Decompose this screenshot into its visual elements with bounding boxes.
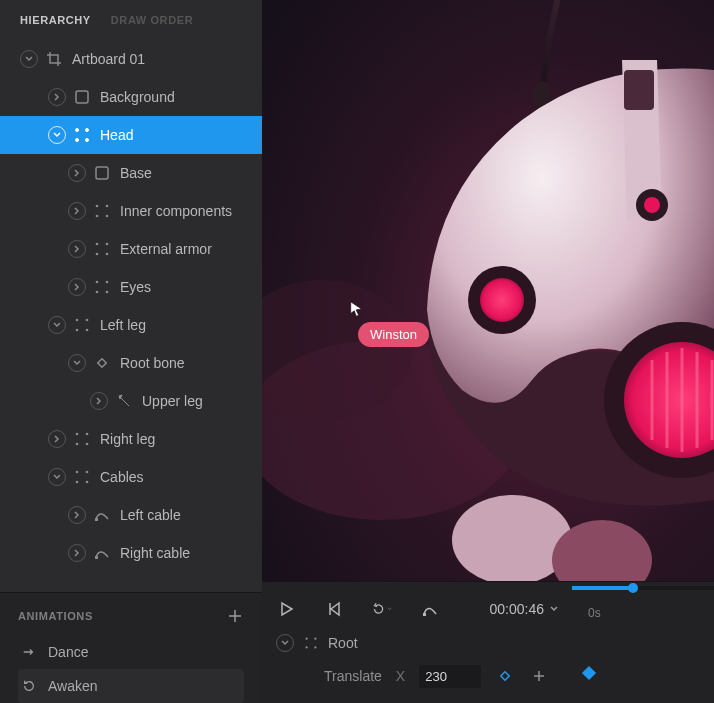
animation-item-dance[interactable]: Dance [18,635,244,669]
timeline-row-root[interactable]: Root [276,626,558,660]
tree-item-root-bone[interactable]: Root bone [0,344,262,382]
tree-item-right-cable[interactable]: Right cable [0,534,262,572]
keyframe[interactable] [582,666,596,680]
translate-x-input[interactable] [419,665,481,688]
tab-hierarchy[interactable]: HIERARCHY [20,14,91,26]
caret-icon[interactable] [48,126,66,144]
add-animation-button[interactable] [226,607,244,625]
tree-item-armor[interactable]: External armor [0,230,262,268]
left-sidebar: HIERARCHY DRAW ORDER Artboard 01 Backgro… [0,0,262,703]
tree-label: Upper leg [142,393,203,409]
tree-item-right-leg[interactable]: Right leg [0,420,262,458]
group-icon [74,127,90,143]
caret-icon[interactable] [68,506,86,524]
animation-item-awaken[interactable]: Awaken [18,669,244,703]
scrub-bar[interactable] [572,586,714,590]
timeline-panel: 00:00:46 Root Translate X [262,581,714,703]
svg-point-53 [314,637,316,639]
svg-point-54 [305,646,307,648]
group-icon [304,636,318,650]
tree-item-background[interactable]: Background [0,78,262,116]
caret-icon[interactable] [48,468,66,486]
caret-icon[interactable] [68,544,86,562]
scrub-fill [572,586,632,590]
caret-icon[interactable] [68,278,86,296]
tree-item-eyes[interactable]: Eyes [0,268,262,306]
svg-rect-56 [501,672,509,680]
diamond-icon [94,355,110,371]
caret-icon[interactable] [276,634,294,652]
caret-icon[interactable] [90,392,108,410]
caret-icon[interactable] [48,88,66,106]
caret-icon[interactable] [68,354,86,372]
bone-icon [116,393,132,409]
animations-panel: ANIMATIONS Dance Awaken [0,592,262,703]
axis-label: X [396,668,405,684]
tree-label: Base [120,165,152,181]
timecode[interactable]: 00:00:46 [490,601,559,617]
caret-icon[interactable] [68,202,86,220]
svg-point-20 [76,329,79,332]
tree-item-base[interactable]: Base [0,154,262,192]
svg-point-27 [76,471,79,474]
timeline-track-area[interactable]: 0s [572,582,714,703]
svg-point-17 [106,291,109,294]
arrow-icon [22,645,36,659]
tree-label: Background [100,89,175,105]
svg-point-26 [86,443,89,446]
crop-icon [46,51,62,67]
keyframe-track[interactable] [572,655,714,691]
tree-item-left-cable[interactable]: Left cable [0,496,262,534]
timeline-row-translate[interactable]: Translate X [276,659,558,693]
tree-item-upper-leg[interactable]: Upper leg [0,382,262,420]
sidebar-tabs: HIERARCHY DRAW ORDER [0,0,262,36]
tree-label: Root bone [120,355,185,371]
caret-icon[interactable] [48,316,66,334]
tree-item-inner[interactable]: Inner components [0,192,262,230]
group-icon [94,203,110,219]
tree-label: External armor [120,241,212,257]
property-label: Translate [324,668,382,684]
caret-icon[interactable] [48,430,66,448]
add-keyframe-button[interactable] [529,666,549,686]
tree-item-cables[interactable]: Cables [0,458,262,496]
caret-icon[interactable] [20,50,38,68]
animations-title: ANIMATIONS [18,610,93,622]
loop-toggle[interactable] [372,599,392,619]
play-button[interactable] [276,599,296,619]
caret-icon[interactable] [68,240,86,258]
svg-point-25 [76,443,79,446]
loop-icon [22,679,36,693]
timeline-row-label: Root [328,635,358,651]
tree-label: Cables [100,469,144,485]
svg-point-30 [86,481,89,484]
scrub-handle[interactable] [628,583,638,593]
svg-point-16 [96,291,99,294]
svg-point-18 [76,319,79,322]
svg-point-15 [106,281,109,284]
tree-label: Left cable [120,507,181,523]
caret-icon[interactable] [68,164,86,182]
svg-point-7 [106,205,109,208]
ruler-tick: 0s [588,606,601,620]
timeline-left: 00:00:46 Root Translate X [262,582,572,703]
tree-item-artboard[interactable]: Artboard 01 [0,40,262,78]
curve-editor-button[interactable] [420,599,440,619]
svg-point-10 [96,243,99,246]
svg-point-6 [96,205,99,208]
to-start-button[interactable] [324,599,344,619]
square-icon [74,89,90,105]
tree-item-left-leg[interactable]: Left leg [0,306,262,344]
svg-point-2 [86,129,89,132]
tree-item-head[interactable]: Head [0,116,262,154]
animation-label: Dance [48,644,88,660]
group-icon [94,241,110,257]
tab-draw-order[interactable]: DRAW ORDER [111,14,193,26]
keyframe-toggle[interactable] [495,666,515,686]
tree-label: Inner components [120,203,232,219]
svg-point-41 [480,278,524,322]
chevron-down-icon [550,605,558,613]
group-icon [94,279,110,295]
animations-header: ANIMATIONS [18,607,244,625]
svg-rect-0 [76,91,88,103]
